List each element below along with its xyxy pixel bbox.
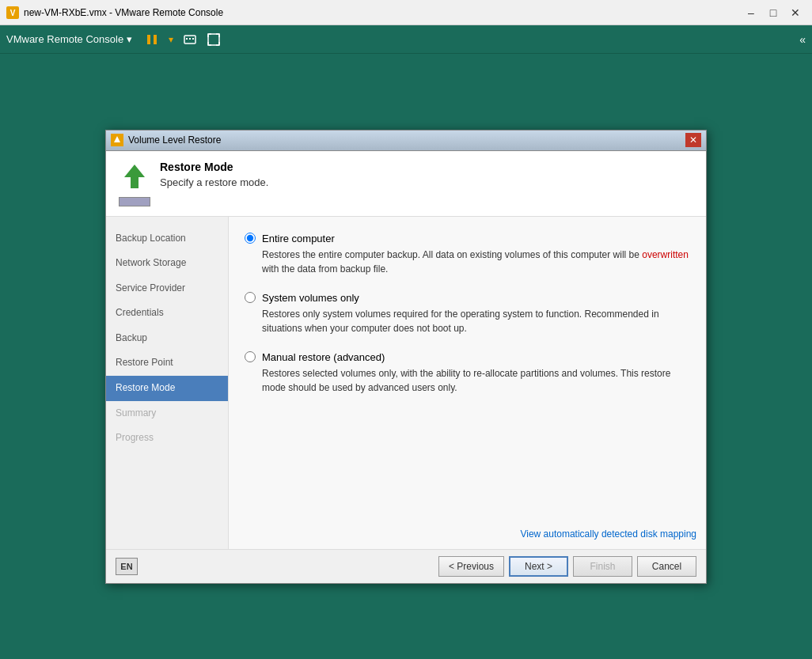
sidebar-item-restore-point: Restore Point [106, 350, 228, 376]
pause-icon [145, 32, 159, 47]
sidebar-item-backup-location: Backup Location [106, 226, 228, 252]
window-title: new-VM-RXbE.vmx - VMware Remote Console [24, 7, 223, 18]
svg-rect-7 [192, 38, 194, 40]
maximize-button[interactable]: □ [763, 4, 784, 21]
title-bar: V new-VM-RXbE.vmx - VMware Remote Consol… [0, 0, 812, 25]
svg-rect-2 [147, 35, 150, 44]
svg-text:V: V [10, 9, 16, 17]
dialog-body: Backup Location Network Storage Service … [106, 217, 706, 549]
dropdown-arrow-button[interactable]: ▾ [165, 32, 176, 47]
header-icon-area [119, 161, 150, 206]
fullscreen-button[interactable] [203, 31, 224, 48]
dialog-icon [111, 134, 123, 146]
footer-left: EN [116, 558, 138, 575]
sidebar-item-progress: Progress [106, 426, 228, 451]
svg-rect-3 [154, 35, 157, 44]
app-icon: V [6, 6, 19, 19]
dialog-title: Volume Level Restore [128, 134, 221, 146]
sidebar-item-restore-mode: Restore Mode [106, 376, 228, 401]
entire-computer-option: Entire computer Restores the entire comp… [245, 233, 690, 276]
entire-computer-label[interactable]: Entire computer [245, 233, 690, 244]
footer-buttons: < Previous Next > Finish Cancel [438, 556, 696, 577]
restore-icon [119, 161, 150, 192]
dialog-title-bar: Volume Level Restore ✕ [106, 131, 706, 151]
pause-button[interactable] [142, 31, 162, 48]
svg-rect-5 [186, 38, 188, 40]
close-button[interactable]: ✕ [785, 4, 806, 21]
sidebar-item-credentials: Credentials [106, 301, 228, 326]
send-ctrl-alt-del-button[interactable] [180, 31, 200, 48]
sidebar-item-backup: Backup [106, 326, 228, 351]
previous-button[interactable]: < Previous [438, 556, 504, 577]
dialog-header: Restore Mode Specify a restore mode. [106, 151, 706, 217]
fullscreen-icon [207, 32, 221, 47]
manual-restore-radio[interactable] [245, 351, 256, 362]
manual-restore-label[interactable]: Manual restore (advanced) [245, 351, 690, 363]
sidebar: Backup Location Network Storage Service … [106, 217, 229, 549]
svg-marker-11 [124, 165, 145, 188]
sidebar-item-network-storage: Network Storage [106, 251, 228, 276]
double-chevron-icon: « [799, 33, 806, 46]
header-title: Restore Mode [160, 161, 693, 173]
app-name-label: VMware Remote Console [6, 33, 123, 45]
entire-computer-title: Entire computer [262, 233, 335, 244]
menu-bar: VMware Remote Console ▾ ▾ [0, 25, 812, 54]
language-badge: EN [116, 558, 138, 575]
content-area: Entire computer Restores the entire comp… [229, 217, 706, 549]
manual-restore-title: Manual restore (advanced) [262, 351, 385, 363]
cancel-button[interactable]: Cancel [637, 556, 696, 577]
finish-button[interactable]: Finish [573, 556, 632, 577]
dialog-footer: EN < Previous Next > Finish Cancel [106, 549, 706, 583]
window-controls: – □ ✕ [741, 4, 806, 21]
main-area: Volume Level Restore ✕ Restore Mode Spec… [0, 54, 812, 659]
toolbar: ▾ [142, 31, 224, 48]
dialog-close-button[interactable]: ✕ [685, 133, 701, 147]
svg-rect-6 [189, 38, 191, 40]
entire-computer-description: Restores the entire computer backup. All… [262, 248, 690, 276]
volume-level-restore-dialog: Volume Level Restore ✕ Restore Mode Spec… [105, 130, 707, 584]
app-menu[interactable]: VMware Remote Console ▾ [6, 33, 132, 45]
entire-computer-radio[interactable] [245, 233, 256, 244]
progress-indicator [119, 197, 150, 206]
manual-restore-option: Manual restore (advanced) Restores selec… [245, 351, 690, 395]
keyboard-icon [183, 32, 197, 47]
system-volumes-description: Restores only system volumes required fo… [262, 307, 690, 335]
sidebar-item-service-provider: Service Provider [106, 276, 228, 301]
system-volumes-label[interactable]: System volumes only [245, 292, 690, 304]
system-volumes-option: System volumes only Restores only system… [245, 292, 690, 335]
next-button[interactable]: Next > [509, 556, 568, 577]
view-disk-mapping-link[interactable]: View automatically detected disk mapping [520, 528, 696, 540]
system-volumes-radio[interactable] [245, 292, 256, 303]
dropdown-arrow-icon: ▾ [127, 33, 132, 45]
header-subtitle: Specify a restore mode. [160, 176, 693, 188]
system-volumes-title: System volumes only [262, 292, 359, 304]
svg-rect-8 [208, 34, 219, 45]
header-text: Restore Mode Specify a restore mode. [160, 161, 693, 188]
sidebar-item-summary: Summary [106, 401, 228, 426]
minimize-button[interactable]: – [741, 4, 761, 21]
manual-restore-description: Restores selected volumes only, with the… [262, 366, 690, 395]
highlight-overwritten: overwritten [642, 249, 689, 260]
